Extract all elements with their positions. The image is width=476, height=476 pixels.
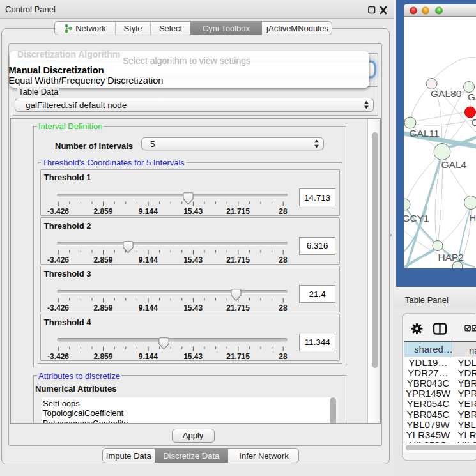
svg-text:GA: GA: [468, 91, 476, 102]
svg-text:H: H: [469, 212, 476, 223]
svg-text:GAL80: GAL80: [431, 88, 462, 99]
svg-text:GCY1: GCY1: [404, 213, 429, 224]
svg-text:GAL11: GAL11: [410, 128, 440, 139]
svg-text:GAL4: GAL4: [441, 159, 467, 170]
svg-text:HAP2: HAP2: [438, 252, 464, 263]
svg-text:C: C: [472, 117, 476, 128]
